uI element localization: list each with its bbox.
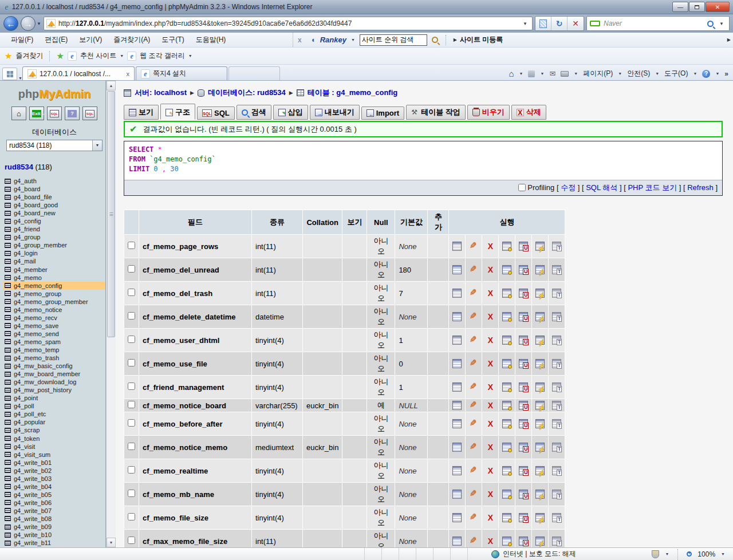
column-header-Null[interactable]: Null: [367, 210, 395, 234]
action-icon-drop[interactable]: X: [486, 382, 495, 392]
page-menu[interactable]: 페이지(P): [583, 69, 613, 78]
action-icon-edit[interactable]: [469, 382, 478, 392]
search-dropdown-icon[interactable]: ▼: [717, 21, 726, 26]
action-icon-index[interactable]: ⚡: [535, 419, 545, 428]
sidebar-item-g4_memo_recv[interactable]: g4_memo_recv: [3, 314, 105, 322]
menu-item[interactable]: 보기(V): [74, 33, 107, 46]
page-dropdown-icon[interactable]: ▼: [618, 72, 622, 76]
scroll-down-icon[interactable]: ▼: [107, 538, 116, 547]
phpmyadmin-logo[interactable]: phpMyAdmin: [3, 85, 105, 107]
row-checkbox[interactable]: [128, 466, 135, 474]
sidebar-item-g4_memo_config[interactable]: g4_memo_config: [3, 282, 105, 290]
print-dropdown-icon[interactable]: ▼: [574, 72, 578, 76]
row-checkbox[interactable]: [128, 242, 135, 249]
sidebar-item-g4_memo_temp[interactable]: g4_memo_temp: [3, 346, 105, 354]
rankey-site-link[interactable]: ▶사이트 미등록: [454, 35, 723, 45]
menu-item[interactable]: 도움말(H): [191, 33, 231, 46]
scroll-up-icon[interactable]: ▲: [107, 81, 116, 90]
sidebar-item-g4_mail[interactable]: g4_mail: [3, 257, 105, 265]
pma-tab-삭제[interactable]: X삭제: [511, 105, 546, 120]
action-icon-edit[interactable]: [469, 513, 478, 522]
safety-menu[interactable]: 안전(S): [627, 69, 650, 78]
action-icon-unique[interactable]: U: [519, 443, 528, 452]
sidebar-item-g4_board_good[interactable]: g4_board_good: [3, 201, 105, 209]
action-icon-primary[interactable]: [502, 466, 511, 475]
column-header-필드[interactable]: 필드: [139, 210, 251, 234]
action-icon-browse[interactable]: [452, 401, 462, 410]
sidebar-item-g4_write_b08[interactable]: g4_write_b08: [3, 515, 105, 523]
column-header-추가[interactable]: 추가: [428, 210, 448, 234]
rankey-brand[interactable]: Rankey: [320, 36, 346, 44]
action-icon-browse[interactable]: [452, 382, 462, 392]
suggested-sites-dropdown-icon[interactable]: ▼: [120, 54, 124, 58]
print-icon[interactable]: [561, 71, 569, 77]
column-header-Collation[interactable]: Collation: [303, 210, 342, 234]
action-icon-browse[interactable]: [452, 419, 462, 428]
action-icon-browse[interactable]: [452, 289, 462, 298]
action-icon-index[interactable]: ⚡: [535, 513, 545, 522]
row-checkbox[interactable]: [128, 443, 135, 450]
docs-button[interactable]: ?: [65, 107, 80, 120]
tab-phpmyadmin[interactable]: 127.0.0.1 / localhost /... x: [22, 66, 135, 80]
row-checkbox[interactable]: [128, 312, 135, 320]
sidebar-item-g4_friend[interactable]: g4_friend: [3, 225, 105, 233]
zoom-dropdown-icon[interactable]: ▼: [721, 552, 725, 556]
action-icon-primary[interactable]: [502, 401, 511, 410]
action-icon-primary[interactable]: [502, 382, 511, 392]
browser-search-box[interactable]: Naver ▼: [586, 16, 730, 31]
sidebar-item-g4_write_b02[interactable]: g4_write_b02: [3, 467, 105, 475]
action-icon-index[interactable]: ⚡: [535, 401, 545, 410]
menu-item[interactable]: 즐겨찾기(A): [108, 33, 155, 46]
row-checkbox[interactable]: [128, 419, 135, 427]
action-icon-primary[interactable]: [502, 513, 511, 522]
action-icon-fulltext[interactable]: T: [552, 466, 561, 475]
rankey-more-icon[interactable]: ▶: [727, 37, 731, 42]
menu-item[interactable]: 파일(F): [6, 33, 38, 46]
pma-tab-비우기[interactable]: 비우기: [467, 105, 510, 120]
action-icon-fulltext[interactable]: T: [552, 265, 561, 274]
table-breadcrumb-link[interactable]: 테이블 : g4_memo_config: [308, 88, 398, 98]
sidebar-item-g4_group_member[interactable]: g4_group_member: [3, 241, 105, 249]
action-icon-drop[interactable]: X: [486, 289, 495, 298]
pma-tab-Import[interactable]: Import: [361, 107, 404, 120]
row-checkbox[interactable]: [128, 382, 135, 390]
sidebar-item-g4_popular[interactable]: g4_popular: [3, 418, 105, 426]
sidebar-item-g4_token[interactable]: g4_token: [3, 435, 105, 443]
sidebar-item-g4_write_b03[interactable]: g4_write_b03: [3, 475, 105, 483]
action-icon-edit[interactable]: [469, 490, 478, 499]
action-icon-edit[interactable]: [469, 443, 478, 452]
action-icon-edit[interactable]: [469, 359, 478, 368]
column-header-종류[interactable]: 종류: [252, 210, 302, 234]
action-icon-fulltext[interactable]: T: [552, 289, 561, 298]
forward-button[interactable]: →: [21, 16, 36, 31]
action-icon-browse[interactable]: [452, 336, 462, 345]
sql-window-button[interactable]: SQL: [47, 107, 62, 120]
row-checkbox[interactable]: [128, 513, 135, 520]
action-icon-unique[interactable]: U: [519, 382, 528, 392]
action-icon-unique[interactable]: U: [519, 359, 528, 368]
server-link[interactable]: 서버: localhost: [135, 88, 187, 98]
action-icon-edit[interactable]: [469, 401, 478, 410]
action-icon-drop[interactable]: X: [486, 537, 495, 546]
action-icon-edit[interactable]: [469, 336, 478, 345]
action-icon-unique[interactable]: U: [519, 336, 528, 345]
column-header-기본값[interactable]: 기본값: [395, 210, 427, 234]
action-icon-fulltext[interactable]: T: [552, 401, 561, 410]
suggested-sites-link[interactable]: 추천 사이트: [80, 51, 116, 61]
minimize-button[interactable]: —: [672, 2, 688, 12]
scrollbar-thumb[interactable]: [107, 91, 115, 337]
action-icon-unique[interactable]: U: [519, 490, 528, 499]
action-icon-primary[interactable]: [502, 443, 511, 452]
sidebar-item-g4_mw_download_log[interactable]: g4_mw_download_log: [3, 378, 105, 386]
mail-icon[interactable]: ✉: [549, 69, 555, 78]
action-icon-unique[interactable]: U: [519, 242, 528, 251]
action-icon-unique[interactable]: U: [519, 401, 528, 410]
url-text[interactable]: http://127.0.0.1/myadmin/index.php?db=ru…: [58, 19, 518, 27]
web-slice-dropdown-icon[interactable]: ▼: [188, 54, 192, 58]
action-icon-index[interactable]: ⚡: [535, 289, 545, 298]
action-icon-fulltext[interactable]: T: [552, 312, 561, 321]
sidebar-item-g4_config[interactable]: g4_config: [3, 217, 105, 225]
sidebar-item-g4_mw_post_history[interactable]: g4_mw_post_history: [3, 386, 105, 394]
search-icon[interactable]: [707, 21, 714, 27]
action-icon-drop[interactable]: X: [486, 359, 495, 368]
